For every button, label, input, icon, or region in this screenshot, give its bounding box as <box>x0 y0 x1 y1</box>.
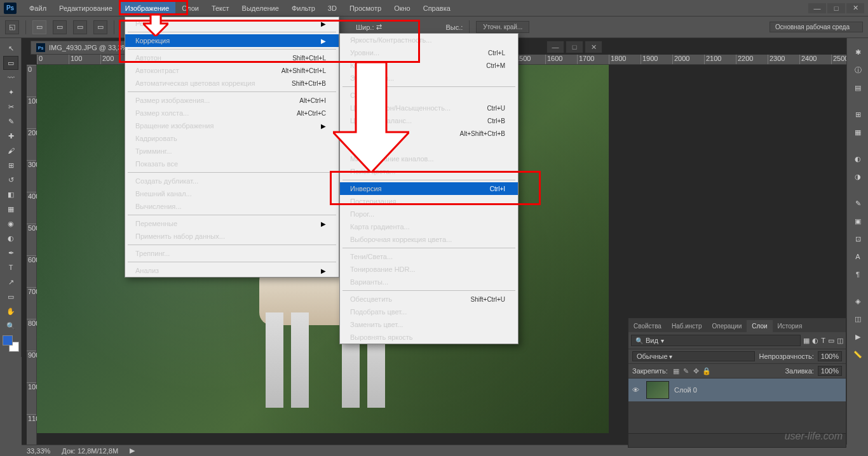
marquee-add-icon[interactable]: ▭ <box>53 20 67 34</box>
menu-gradient-map[interactable]: Карта градиента... <box>340 220 518 233</box>
healing-brush-tool-icon[interactable]: ✚ <box>3 129 18 143</box>
menu-photo-filter[interactable]: Фотофильтр... <box>340 140 518 152</box>
clone-panel-icon[interactable]: ⊡ <box>850 231 865 246</box>
menu-imagesize[interactable]: Размер изображения...Alt+Ctrl+I <box>125 94 339 107</box>
menu-posterize[interactable]: Постеризация... <box>340 195 518 208</box>
menu-apply-image[interactable]: Внешний канал... <box>125 187 339 200</box>
lock-position-icon[interactable]: ✥ <box>692 366 701 375</box>
menu-rotate[interactable]: Вращение изображения▶ <box>125 119 339 132</box>
menu-vibrance[interactable]: Сочность... <box>340 89 518 102</box>
styles-panel-icon[interactable]: ▦ <box>850 124 865 140</box>
menu-duplicate[interactable]: Создать дубликат... <box>125 175 339 187</box>
layer-thumbnail[interactable] <box>646 381 669 399</box>
lock-pixels-icon[interactable]: ✎ <box>682 366 691 375</box>
menu-autotone[interactable]: АвтотонShift+Ctrl+L <box>125 51 339 64</box>
workspace-selector[interactable]: Основная рабочая среда <box>770 22 863 32</box>
doc-maximize-button[interactable]: □ <box>566 41 583 53</box>
menu-help[interactable]: Справка <box>417 2 457 15</box>
menu-replace-color[interactable]: Заменить цвет... <box>340 318 518 331</box>
brushes-panel-icon[interactable]: ✎ <box>850 196 865 211</box>
zoom-tool-icon[interactable]: 🔍 <box>3 319 18 333</box>
doc-minimize-button[interactable]: — <box>546 41 564 53</box>
close-button[interactable]: ✕ <box>846 3 864 13</box>
lock-transparent-icon[interactable]: ▦ <box>672 366 681 375</box>
marquee-tool-icon[interactable]: ▭ <box>3 56 18 70</box>
menu-filter[interactable]: Фильтр <box>285 2 322 15</box>
menu-channel-mixer[interactable]: Микширование каналов... <box>340 152 518 165</box>
histogram-panel-icon[interactable]: ▤ <box>850 80 865 95</box>
character-panel-icon[interactable]: A <box>850 249 865 264</box>
menu-image[interactable]: Изображение <box>119 2 175 15</box>
path-select-tool-icon[interactable]: ↗ <box>3 275 18 289</box>
menu-black-white[interactable]: Черно-белое...Alt+Shift+Ctrl+B <box>340 127 518 140</box>
color-swatches[interactable] <box>3 335 19 352</box>
menu-canvassize[interactable]: Размер холста...Alt+Ctrl+C <box>125 107 339 119</box>
menu-shadows-highlights[interactable]: Тени/Света... <box>340 250 518 263</box>
menu-autocolor[interactable]: Автоматическая цветовая коррекцияShift+C… <box>125 77 339 90</box>
crop-tool-icon[interactable]: ✂ <box>3 100 18 114</box>
maximize-button[interactable]: □ <box>827 3 845 13</box>
history-brush-tool-icon[interactable]: ↺ <box>3 173 18 187</box>
menu-analysis[interactable]: Анализ▶ <box>125 264 339 277</box>
info-panel-icon[interactable]: ⓘ <box>850 62 865 77</box>
menu-mode[interactable]: Режим▶ <box>125 17 339 30</box>
menu-exposure[interactable]: Экспозиция... <box>340 72 518 84</box>
menu-text[interactable]: Текст <box>205 2 236 15</box>
refine-edge-button[interactable]: Уточн. край... <box>476 21 529 33</box>
marquee-rect-icon[interactable]: ▭ <box>32 20 46 34</box>
menu-edit[interactable]: Редактирование <box>53 2 119 15</box>
menu-window[interactable]: Окно <box>388 2 417 15</box>
tab-actions[interactable]: Операции <box>707 320 747 332</box>
menu-trim[interactable]: Тримминг... <box>125 145 339 158</box>
menu-view[interactable]: Просмотр <box>343 2 388 15</box>
filter-shape-icon[interactable]: ▭ <box>828 337 834 345</box>
mask-panel-icon[interactable]: ◑ <box>850 169 865 184</box>
lock-all-icon[interactable]: 🔒 <box>702 366 711 375</box>
opacity-value[interactable]: 100% <box>818 351 842 361</box>
filter-adjust-icon[interactable]: ◐ <box>812 337 818 345</box>
tab-properties[interactable]: Свойства <box>628 320 667 332</box>
filter-smart-icon[interactable]: ◫ <box>837 337 843 345</box>
menu-invert[interactable]: ИнверсияCtrl+I <box>340 182 518 195</box>
brush-tool-icon[interactable]: 🖌 <box>3 144 18 158</box>
visibility-icon[interactable]: 👁 <box>632 386 641 394</box>
doc-close-button[interactable]: ✕ <box>585 41 602 53</box>
menu-calculations[interactable]: Вычисления... <box>125 200 339 213</box>
menu-variations[interactable]: Варианты... <box>340 276 518 288</box>
lasso-tool-icon[interactable]: 〰 <box>3 70 18 84</box>
menu-threshold[interactable]: Порог... <box>340 208 518 220</box>
eraser-tool-icon[interactable]: ◧ <box>3 187 18 201</box>
menu-selective-color[interactable]: Выборочная коррекция цвета... <box>340 233 518 246</box>
menu-variables[interactable]: Переменные▶ <box>125 217 339 230</box>
menu-hdr-toning[interactable]: Тонирование HDR... <box>340 263 518 276</box>
toolpresets-panel-icon[interactable]: ▣ <box>850 213 865 229</box>
menu-equalize[interactable]: Выровнять яркость <box>340 331 518 344</box>
fill-value[interactable]: 100% <box>818 366 842 376</box>
shape-tool-icon[interactable]: ▭ <box>3 290 18 304</box>
swatches-panel-icon[interactable]: ⊞ <box>850 107 865 122</box>
layer-filter-select[interactable]: 🔍 Вид ▾ <box>631 335 801 346</box>
status-arrow-icon[interactable]: ▶ <box>130 446 135 455</box>
adjustments-panel-icon[interactable]: ◐ <box>850 151 865 166</box>
3d-panel-icon[interactable]: ◫ <box>850 311 865 326</box>
menu-3d[interactable]: 3D <box>322 2 343 15</box>
blur-tool-icon[interactable]: ◉ <box>3 217 18 231</box>
type-tool-icon[interactable]: T <box>3 260 18 274</box>
filter-text-icon[interactable]: T <box>821 337 825 344</box>
blend-mode-select[interactable]: Обычные ▾ <box>632 351 755 361</box>
menu-correction[interactable]: Коррекция▶ <box>125 34 339 47</box>
hand-tool-icon[interactable]: ✋ <box>3 304 18 318</box>
menu-autocontrast[interactable]: АвтоконтрастAlt+Shift+Ctrl+L <box>125 64 339 77</box>
tab-history[interactable]: История <box>773 320 808 332</box>
magic-wand-tool-icon[interactable]: ✦ <box>3 85 18 99</box>
menu-desaturate[interactable]: ОбесцветитьShift+Ctrl+U <box>340 293 518 305</box>
marquee-sub-icon[interactable]: ▭ <box>73 20 87 34</box>
pen-tool-icon[interactable]: ✒ <box>3 246 18 260</box>
layer-name[interactable]: Слой 0 <box>674 386 697 394</box>
menu-levels[interactable]: Уровни...Ctrl+L <box>340 46 518 59</box>
menu-layers[interactable]: Слои <box>175 2 205 15</box>
dodge-tool-icon[interactable]: ◐ <box>3 231 18 245</box>
clone-stamp-tool-icon[interactable]: ⊞ <box>3 158 18 172</box>
layer-row[interactable]: 👁 Слой 0 <box>628 379 846 401</box>
menu-select[interactable]: Выделение <box>236 2 285 15</box>
